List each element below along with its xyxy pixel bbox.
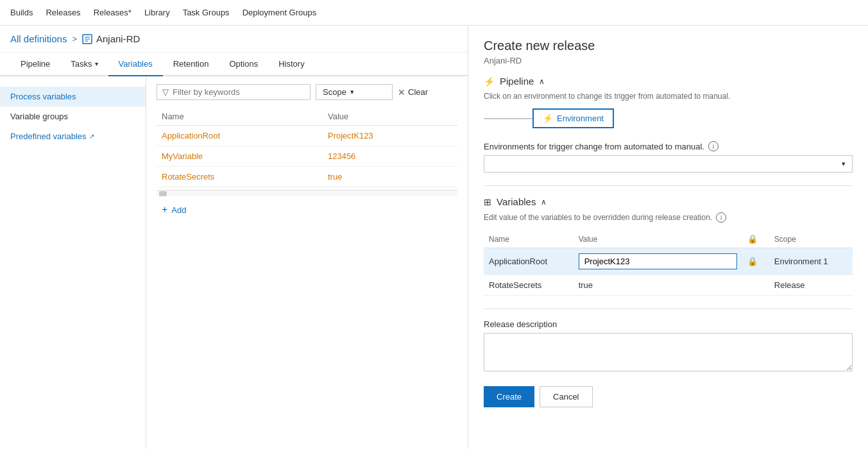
- vars-info-icon[interactable]: i: [716, 212, 726, 223]
- sidebar-variable-groups[interactable]: Variable groups: [0, 106, 146, 126]
- create-button[interactable]: Create: [484, 386, 534, 407]
- plus-icon: +: [162, 204, 167, 216]
- trigger-dropdown[interactable]: ▾: [484, 155, 853, 173]
- override-value-1[interactable]: [574, 248, 742, 275]
- vars-grid-icon: ⊞: [484, 197, 491, 207]
- override-name-2: RotateSecrets: [484, 275, 574, 296]
- panel-title: Create new release: [484, 38, 853, 53]
- sub-tabs: Pipeline Tasks ▾ Variables Retention Opt…: [0, 53, 468, 76]
- trigger-info-icon[interactable]: i: [708, 141, 719, 151]
- override-name-1: ApplicationRoot: [484, 248, 574, 275]
- lock-icon-1: 🔒: [747, 257, 758, 266]
- release-desc-textarea[interactable]: [484, 333, 853, 371]
- clear-button[interactable]: ✕ Clear: [398, 87, 428, 97]
- action-buttons: Create Cancel: [484, 386, 853, 407]
- override-variables-table: Name Value 🔒 Scope ApplicationRoot: [484, 230, 853, 296]
- top-navigation: Builds Releases Releases* Library Task G…: [0, 0, 868, 26]
- override-input-1[interactable]: [579, 253, 737, 269]
- pipeline-row: ⚡ Environment: [484, 108, 853, 128]
- breadcrumb: All definitions > Anjani-RD: [0, 26, 468, 53]
- tasks-chevron-icon: ▾: [95, 60, 98, 67]
- pipeline-lightning-icon: ⚡: [484, 76, 495, 87]
- trigger-section: Environments for trigger change from aut…: [484, 141, 853, 173]
- var-value-1[interactable]: ProjectK123: [323, 126, 457, 146]
- environment-button[interactable]: ⚡ Environment: [532, 108, 614, 128]
- var-name-1[interactable]: ApplicationRoot: [157, 126, 323, 146]
- pipeline-desc: Click on an environment to change its tr…: [484, 92, 853, 101]
- nav-task-groups[interactable]: Task Groups: [183, 8, 230, 17]
- override-row: RotateSecrets true Release: [484, 275, 853, 296]
- tab-variables[interactable]: Variables: [108, 53, 163, 76]
- trigger-chevron-icon: ▾: [842, 160, 846, 168]
- panel-subtitle: Anjani-RD: [484, 56, 853, 65]
- col-value: Value: [323, 108, 457, 126]
- scope-chevron-icon: ▾: [350, 88, 354, 96]
- vars-chevron-icon[interactable]: ∧: [541, 198, 547, 207]
- override-scope-2: Release: [769, 275, 853, 296]
- sidebar-process-variables[interactable]: Process variables: [0, 87, 146, 106]
- table-row: MyVariable 123456: [157, 146, 457, 167]
- tab-options[interactable]: Options: [219, 53, 268, 76]
- release-desc-label: Release description: [484, 319, 853, 329]
- tab-retention[interactable]: Retention: [163, 53, 219, 76]
- release-description-section: Release description: [484, 319, 853, 373]
- pipeline-line: [484, 118, 535, 119]
- pipeline-chevron-icon[interactable]: ∧: [539, 77, 545, 86]
- vars-desc: Edit value of the variables to be overri…: [484, 212, 853, 223]
- var-value-2[interactable]: 123456: [323, 146, 457, 167]
- variables-table: Name Value ApplicationRoot ProjectK123 M…: [157, 108, 457, 187]
- external-link-icon: ↗: [89, 133, 94, 140]
- scroll-handle[interactable]: [157, 190, 457, 196]
- tab-tasks[interactable]: Tasks ▾: [60, 53, 108, 76]
- add-variable-button[interactable]: + Add: [157, 196, 457, 223]
- breadcrumb-separator: >: [72, 34, 77, 44]
- var-value-3[interactable]: true: [323, 167, 457, 187]
- clear-x-icon: ✕: [398, 87, 405, 97]
- var-name-3[interactable]: RotateSecrets: [157, 167, 323, 187]
- tab-pipeline[interactable]: Pipeline: [10, 53, 60, 76]
- override-lock-1[interactable]: 🔒: [742, 248, 769, 275]
- scope-dropdown[interactable]: Scope ▾: [316, 84, 393, 100]
- sidebar-predefined-variables[interactable]: Predefined variables ↗: [0, 126, 146, 146]
- override-lock-2: [742, 275, 769, 296]
- override-scope-1: Environment 1: [769, 248, 853, 275]
- vars-section-header: ⊞ Variables ∧: [484, 196, 853, 207]
- nav-deployment-groups[interactable]: Deployment Groups: [243, 8, 317, 17]
- override-variables-section: ⊞ Variables ∧ Edit value of the variable…: [484, 196, 853, 296]
- override-col-scope: Scope: [769, 230, 853, 248]
- nav-releases[interactable]: Releases: [46, 8, 80, 17]
- table-row: ApplicationRoot ProjectK123: [157, 126, 457, 146]
- override-col-name: Name: [484, 230, 574, 248]
- breadcrumb-current: Anjani-RD: [82, 33, 140, 44]
- filter-row: ▽ Scope ▾ ✕ Clear: [157, 84, 457, 100]
- desc-divider: [484, 309, 853, 309]
- override-row: ApplicationRoot 🔒 Environment 1: [484, 248, 853, 275]
- override-value-2: true: [574, 275, 742, 296]
- table-row: RotateSecrets true: [157, 167, 457, 187]
- section-divider: [484, 185, 853, 186]
- nav-builds[interactable]: Builds: [10, 8, 33, 17]
- filter-input[interactable]: [173, 87, 305, 97]
- cancel-button[interactable]: Cancel: [540, 386, 592, 407]
- variables-panel: ▽ Scope ▾ ✕ Clear: [146, 76, 468, 449]
- lock-header-icon: 🔒: [747, 234, 758, 244]
- scroll-thumb: [159, 191, 167, 196]
- tab-history[interactable]: History: [268, 53, 314, 76]
- right-panel: Create new release Anjani-RD ⚡ Pipeline …: [468, 26, 868, 449]
- breadcrumb-all-definitions[interactable]: All definitions: [10, 33, 67, 44]
- trigger-label: Environments for trigger change from aut…: [484, 141, 853, 151]
- variables-sidebar: Process variables Variable groups Predef…: [0, 76, 146, 449]
- nav-releases-star[interactable]: Releases*: [94, 8, 132, 17]
- col-name: Name: [157, 108, 323, 126]
- pipeline-section: ⚡ Pipeline ∧ Click on an environment to …: [484, 76, 853, 128]
- nav-library[interactable]: Library: [144, 8, 170, 17]
- pipeline-section-header: ⚡ Pipeline ∧: [484, 76, 853, 87]
- var-name-2[interactable]: MyVariable: [157, 146, 323, 167]
- env-lightning-icon: ⚡: [543, 114, 553, 123]
- definition-icon: [82, 34, 92, 44]
- filter-icon: ▽: [162, 87, 169, 97]
- override-col-value: Value: [574, 230, 742, 248]
- override-col-lock: 🔒: [742, 230, 769, 248]
- filter-input-wrap[interactable]: ▽: [157, 84, 311, 100]
